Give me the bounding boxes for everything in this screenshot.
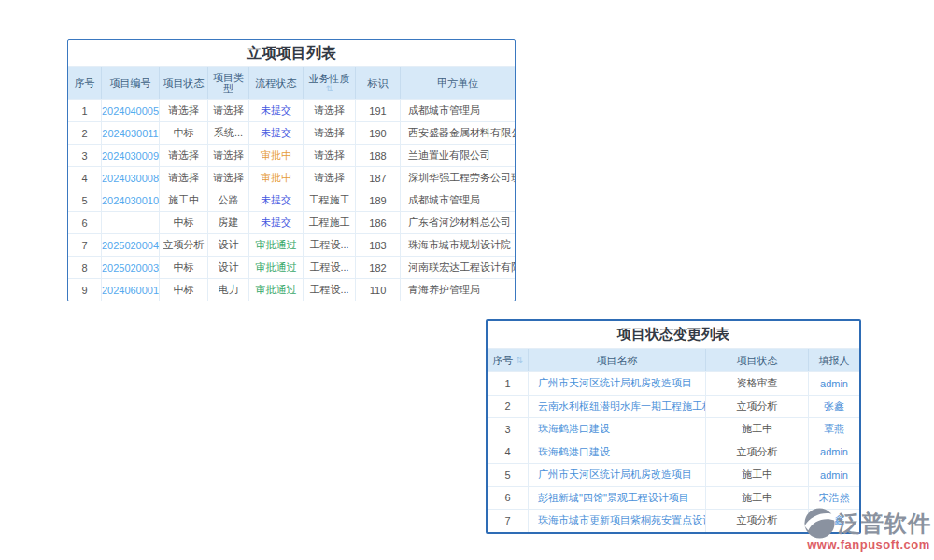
brand-watermark: 泛普软件 www.fanpusoft.com [803, 507, 934, 552]
business-nature-cell: 工程设... [304, 278, 356, 301]
change-table-title: 项目状态变更列表 [488, 321, 859, 349]
table-row: 3珠海鹤港口建设施工中覃燕 [488, 417, 859, 441]
project-status-cell: 中标 [160, 256, 208, 278]
seq-cell: 5 [488, 463, 529, 486]
seq-cell: 6 [68, 211, 102, 233]
table-row: 42024030008请选择请选择审批中请选择187深圳华强工程劳务公司班组 [68, 166, 515, 189]
column-header-project-type: 项目类型 [208, 67, 249, 99]
project-name-link[interactable]: 广州市天河区统计局机房改造项目 [529, 463, 706, 486]
seq-cell: 2 [488, 395, 529, 418]
seq-cell: 3 [68, 144, 102, 166]
tag-cell: 183 [356, 233, 401, 256]
flow-status-cell: 审批通过 [249, 233, 304, 256]
project-status-cell: 施工中 [160, 189, 208, 211]
table-row: 92024060001中标电力审批通过工程设...110青海养护管理局 [68, 278, 515, 301]
project-code-link[interactable]: 2025020003 [102, 256, 160, 278]
column-header-project-status: 项目状态 [706, 349, 809, 371]
project-type-cell: 房建 [208, 211, 249, 233]
tag-cell: 187 [356, 166, 401, 189]
table-row: 12024040005请选择请选择未提交请选择191成都城市管理局 [68, 99, 515, 121]
project-name-link[interactable]: 广州市天河区统计局机房改造项目 [529, 371, 706, 395]
project-name-link[interactable]: 云南水利枢纽潜明水库一期工程施工标 [529, 395, 706, 418]
project-status-cell: 立项分析 [706, 509, 809, 532]
reporter-link[interactable]: admin [809, 441, 859, 464]
column-header-owner: 甲方单位 [401, 67, 515, 99]
tag-cell: 182 [356, 256, 401, 278]
tag-cell: 110 [356, 278, 401, 301]
brand-name: 泛普软件 [838, 509, 931, 539]
seq-cell: 7 [68, 233, 102, 256]
business-nature-cell: 工程设... [304, 233, 356, 256]
sort-icon[interactable]: ⇅ [516, 357, 523, 365]
project-code-link[interactable]: 2024030010 [102, 189, 160, 211]
project-type-cell: 请选择 [208, 99, 249, 121]
flow-status-cell: 审批中 [249, 144, 304, 166]
column-header-project-code: 项目编号 [102, 67, 160, 99]
reporter-link[interactable]: admin [809, 371, 859, 395]
status-change-table: 项目状态变更列表 序号 ⇅ 项目名称 项目状态 填报人 1广州市天河区统计局机房… [486, 319, 861, 534]
column-header-seq-label: 序号 [492, 355, 513, 366]
reporter-link[interactable]: 张鑫 [809, 395, 859, 418]
column-header-project-name: 项目名称 [529, 349, 706, 371]
approval-table-header-row: 序号 项目编号 项目状态 项目类型 流程状态 业务性质 ⇅ 标识 甲方单位 [68, 67, 515, 99]
seq-cell: 9 [68, 278, 102, 301]
project-code-link[interactable]: 2025020004 [102, 233, 160, 256]
owner-cell: 西安盛器金属材料有限公司 [401, 121, 515, 144]
project-type-cell: 请选择 [208, 166, 249, 189]
project-status-cell: 立项分析 [706, 441, 809, 464]
seq-cell: 2 [68, 121, 102, 144]
project-status-cell: 请选择 [160, 144, 208, 166]
business-nature-cell: 请选择 [304, 166, 356, 189]
brand-row: 泛普软件 [803, 507, 934, 539]
project-code-link [102, 211, 160, 233]
project-code-link[interactable]: 2024040005 [102, 99, 160, 121]
project-type-cell: 电力 [208, 278, 249, 301]
flow-status-cell: 审批中 [249, 166, 304, 189]
project-code-link[interactable]: 2024030011 [102, 121, 160, 144]
project-type-cell: 设计 [208, 233, 249, 256]
project-code-link[interactable]: 2024030009 [102, 144, 160, 166]
sort-icon[interactable]: ⇅ [326, 85, 333, 93]
reporter-link[interactable]: 宋浩然 [809, 486, 859, 510]
seq-cell: 1 [68, 99, 102, 121]
fanpu-logo-icon [803, 507, 836, 539]
seq-cell: 5 [68, 189, 102, 211]
project-status-cell: 施工中 [706, 463, 809, 486]
project-code-link[interactable]: 2024060001 [102, 278, 160, 301]
project-type-cell: 系统... [208, 121, 249, 144]
project-status-cell: 中标 [160, 121, 208, 144]
table-row: 32024030009请选择请选择审批中请选择188兰迪置业有限公司 [68, 144, 515, 166]
column-header-flow-status: 流程状态 [249, 67, 304, 99]
seq-cell: 4 [488, 441, 529, 464]
table-row: 1广州市天河区统计局机房改造项目资格审查admin [488, 371, 859, 395]
reporter-link[interactable]: admin [809, 463, 859, 486]
change-table-header-row: 序号 ⇅ 项目名称 项目状态 填报人 [488, 349, 859, 371]
project-name-link[interactable]: 珠海鹤港口建设 [529, 417, 706, 441]
project-code-link[interactable]: 2024030008 [102, 166, 160, 189]
reporter-link[interactable]: 覃燕 [809, 417, 859, 441]
project-status-cell: 立项分析 [160, 233, 208, 256]
project-type-cell: 设计 [208, 256, 249, 278]
table-row: 72025020004立项分析设计审批通过工程设...183珠海市城市规划设计院 [68, 233, 515, 256]
owner-cell: 兰迪置业有限公司 [401, 144, 515, 166]
table-row: 5广州市天河区统计局机房改造项目施工中admin [488, 463, 859, 486]
approval-table-title: 立项项目列表 [68, 40, 515, 67]
project-status-cell: 请选择 [160, 99, 208, 121]
table-row: 82025020003中标设计审批通过工程设...182河南联宏达工程设计有限公… [68, 256, 515, 278]
table-row: 2云南水利枢纽潜明水库一期工程施工标立项分析张鑫 [488, 395, 859, 418]
flow-status-cell: 未提交 [249, 99, 304, 121]
owner-cell: 珠海市城市规划设计院 [401, 233, 515, 256]
project-name-link[interactable]: 珠海市城市更新项目紫桐苑安置点设计项目 [529, 509, 706, 532]
column-header-tag: 标识 [356, 67, 401, 99]
project-name-link[interactable]: 彭祖新城"四馆"景观工程设计项目 [529, 486, 706, 510]
tag-cell: 189 [356, 189, 401, 211]
brand-url: www.fanpusoft.com [803, 538, 934, 552]
project-status-cell: 施工中 [706, 417, 809, 441]
project-status-cell: 立项分析 [706, 395, 809, 418]
flow-status-cell: 未提交 [249, 189, 304, 211]
column-header-seq: 序号 [68, 67, 102, 99]
table-row: 4珠海鹤港口建设立项分析admin [488, 441, 859, 464]
owner-cell: 广东省河沙材料总公司 [401, 211, 515, 233]
owner-cell: 成都城市管理局 [401, 99, 515, 121]
project-name-link[interactable]: 珠海鹤港口建设 [529, 441, 706, 464]
